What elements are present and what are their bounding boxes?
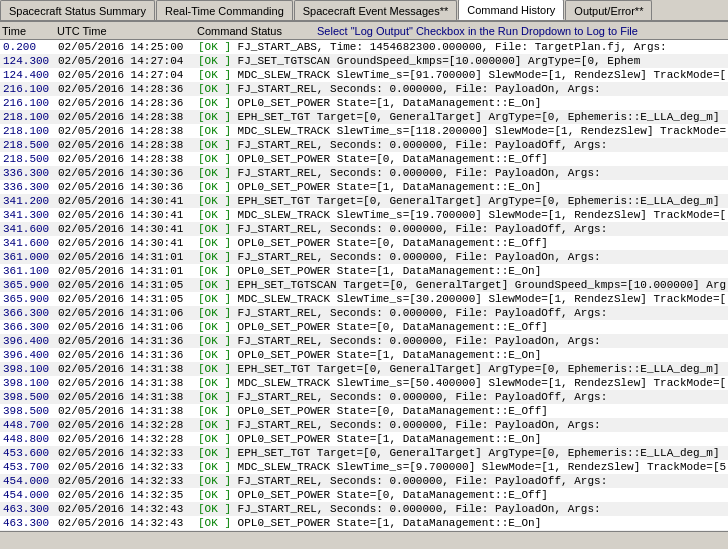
cell-time: 218.500 — [2, 138, 57, 152]
table-row: 398.10002/05/2016 14:31:38[OK ] EPH_SET_… — [0, 362, 728, 376]
cell-command: [OK ] EPH_SET_TGT Target=[0, GeneralTarg… — [197, 446, 726, 460]
cell-utc: 02/05/2016 14:31:01 — [57, 250, 197, 264]
table-row: 463.30002/05/2016 14:32:43[OK ] FJ_START… — [0, 502, 728, 516]
cell-command: [OK ] OPL0_SET_POWER State=[0, DataManag… — [197, 236, 726, 250]
cell-command: [OK ] MDC_SLEW_TRACK SlewTime_s=[9.70000… — [197, 460, 726, 474]
table-row: 216.10002/05/2016 14:28:36[OK ] FJ_START… — [0, 82, 728, 96]
cell-time: 453.700 — [2, 460, 57, 474]
cell-command: [OK ] OPL0_SET_POWER State=[0, DataManag… — [197, 404, 726, 418]
cell-command: [OK ] FJ_START_REL, Seconds: 0.000000, F… — [197, 390, 726, 404]
table-row: 0.20002/05/2016 14:25:00[OK ] FJ_START_A… — [0, 40, 728, 54]
table-row: 396.40002/05/2016 14:31:36[OK ] FJ_START… — [0, 334, 728, 348]
cell-command: [OK ] FJ_START_REL, Seconds: 0.000000, F… — [197, 166, 726, 180]
cell-utc: 02/05/2016 14:32:33 — [57, 460, 197, 474]
tab-spacecraft-status[interactable]: Spacecraft Status Summary — [0, 0, 155, 20]
cell-utc: 02/05/2016 14:28:38 — [57, 124, 197, 138]
table-row: 218.50002/05/2016 14:28:38[OK ] FJ_START… — [0, 138, 728, 152]
cell-command: [OK ] EPH_SET_TGT Target=[0, GeneralTarg… — [197, 530, 726, 531]
table-row: 124.30002/05/2016 14:27:04[OK ] FJ_SET_T… — [0, 54, 728, 68]
cell-utc: 02/05/2016 14:31:06 — [57, 306, 197, 320]
cell-time: 448.700 — [2, 418, 57, 432]
cell-utc: 02/05/2016 14:31:36 — [57, 348, 197, 362]
cell-utc: 02/05/2016 14:30:41 — [57, 222, 197, 236]
cell-time: 361.100 — [2, 264, 57, 278]
cell-command: [OK ] OPL0_SET_POWER State=[0, DataManag… — [197, 152, 726, 166]
cell-command: [OK ] FJ_SET_TGTSCAN GroundSpeed_kmps=[1… — [197, 54, 726, 68]
cell-time: 218.100 — [2, 110, 57, 124]
cell-utc: 02/05/2016 14:31:38 — [57, 376, 197, 390]
table-row: 341.60002/05/2016 14:30:41[OK ] OPL0_SET… — [0, 236, 728, 250]
cell-time: 463.300 — [2, 502, 57, 516]
cell-command: [OK ] MDC_SLEW_TRACK SlewTime_s=[118.200… — [197, 124, 726, 138]
cell-time: 454.000 — [2, 488, 57, 502]
cell-utc: 02/05/2016 14:32:43 — [57, 502, 197, 516]
cell-time: 398.100 — [2, 376, 57, 390]
cell-time: 216.100 — [2, 82, 57, 96]
cell-utc: 02/05/2016 14:28:36 — [57, 96, 197, 110]
table-row: 218.10002/05/2016 14:28:38[OK ] MDC_SLEW… — [0, 124, 728, 138]
cell-command: [OK ] MDC_SLEW_TRACK SlewTime_s=[91.7000… — [197, 68, 726, 82]
cell-utc: 02/05/2016 14:28:38 — [57, 152, 197, 166]
table-row: 454.00002/05/2016 14:32:33[OK ] FJ_START… — [0, 474, 728, 488]
cell-time: 341.600 — [2, 236, 57, 250]
cell-time: 336.300 — [2, 180, 57, 194]
cell-command: [OK ] FJ_START_REL, Seconds: 0.000000, F… — [197, 250, 726, 264]
cell-utc: 02/05/2016 14:27:04 — [57, 68, 197, 82]
cell-utc: 02/05/2016 14:31:36 — [57, 334, 197, 348]
cell-command: [OK ] OPL0_SET_POWER State=[1, DataManag… — [197, 516, 726, 530]
table-row: 366.30002/05/2016 14:31:06[OK ] FJ_START… — [0, 306, 728, 320]
cell-time: 366.300 — [2, 306, 57, 320]
cell-utc: 02/05/2016 14:25:00 — [57, 40, 197, 54]
cell-command: [OK ] OPL0_SET_POWER State=[1, DataManag… — [197, 264, 726, 278]
horizontal-scrollbar[interactable] — [0, 531, 728, 549]
cell-utc: 02/05/2016 14:31:05 — [57, 292, 197, 306]
cell-time: 396.400 — [2, 348, 57, 362]
tab-bar: Spacecraft Status Summary Real-Time Comm… — [0, 0, 728, 22]
table-row: 361.00002/05/2016 14:31:01[OK ] FJ_START… — [0, 250, 728, 264]
content-area: 0.20002/05/2016 14:25:00[OK ] FJ_START_A… — [0, 40, 728, 531]
data-table[interactable]: 0.20002/05/2016 14:25:00[OK ] FJ_START_A… — [0, 40, 728, 531]
table-row: 341.60002/05/2016 14:30:41[OK ] FJ_START… — [0, 222, 728, 236]
table-row: 361.10002/05/2016 14:31:01[OK ] OPL0_SET… — [0, 264, 728, 278]
cell-command: [OK ] FJ_START_REL, Seconds: 0.000000, F… — [197, 474, 726, 488]
tab-output-error[interactable]: Output/Error * — [565, 0, 652, 20]
cell-command: [OK ] EPH_SET_TGT Target=[0, GeneralTarg… — [197, 110, 726, 124]
table-row: 398.10002/05/2016 14:31:38[OK ] MDC_SLEW… — [0, 376, 728, 390]
table-row: 216.10002/05/2016 14:28:36[OK ] OPL0_SET… — [0, 96, 728, 110]
tab-command-history[interactable]: Command History — [458, 0, 564, 20]
cell-time: 216.100 — [2, 96, 57, 110]
cell-utc: 02/05/2016 14:32:28 — [57, 432, 197, 446]
cell-utc: 02/05/2016 14:31:06 — [57, 320, 197, 334]
cell-time: 398.500 — [2, 390, 57, 404]
cell-utc: 02/05/2016 14:32:43 — [57, 516, 197, 530]
table-row: 124.40002/05/2016 14:27:04[OK ] MDC_SLEW… — [0, 68, 728, 82]
cell-time: 366.300 — [2, 320, 57, 334]
cell-utc: 02/05/2016 14:32:33 — [57, 446, 197, 460]
tab-spacecraft-events[interactable]: Spacecraft Event Messages * — [294, 0, 458, 20]
cell-time: 396.400 — [2, 334, 57, 348]
cell-utc: 02/05/2016 14:31:05 — [57, 278, 197, 292]
tab-realtime-commanding[interactable]: Real-Time Commanding — [156, 0, 293, 20]
table-row: 365.90002/05/2016 14:31:05[OK ] MDC_SLEW… — [0, 292, 728, 306]
cell-command: [OK ] EPH_SET_TGT Target=[0, GeneralTarg… — [197, 362, 726, 376]
cell-command: [OK ] OPL0_SET_POWER State=[1, DataManag… — [197, 96, 726, 110]
table-row: 218.50002/05/2016 14:28:38[OK ] OPL0_SET… — [0, 152, 728, 166]
cell-command: [OK ] FJ_START_REL, Seconds: 0.000000, F… — [197, 502, 726, 516]
table-row: 341.20002/05/2016 14:30:41[OK ] EPH_SET_… — [0, 194, 728, 208]
cell-time: 336.300 — [2, 166, 57, 180]
table-row: 365.90002/05/2016 14:31:05[OK ] EPH_SET_… — [0, 278, 728, 292]
cell-command: [OK ] FJ_START_REL, Seconds: 0.000000, F… — [197, 222, 726, 236]
cell-command: [OK ] FJ_START_REL, Seconds: 0.000000, F… — [197, 306, 726, 320]
cell-time: 398.500 — [2, 404, 57, 418]
col-header-status: Command Status — [197, 25, 317, 37]
table-row: 463.30002/05/2016 14:32:43[OK ] OPL0_SET… — [0, 516, 728, 530]
cell-command: [OK ] FJ_START_REL, Seconds: 0.000000, F… — [197, 138, 726, 152]
cell-utc: 02/05/2016 14:30:36 — [57, 166, 197, 180]
cell-time: 218.500 — [2, 152, 57, 166]
cell-time: 124.400 — [2, 68, 57, 82]
cell-time: 341.300 — [2, 208, 57, 222]
table-row: 341.30002/05/2016 14:30:41[OK ] MDC_SLEW… — [0, 208, 728, 222]
cell-utc: 02/05/2016 14:30:36 — [57, 180, 197, 194]
cell-utc: 02/05/2016 14:32:33 — [57, 474, 197, 488]
cell-command: [OK ] OPL0_SET_POWER State=[1, DataManag… — [197, 432, 726, 446]
